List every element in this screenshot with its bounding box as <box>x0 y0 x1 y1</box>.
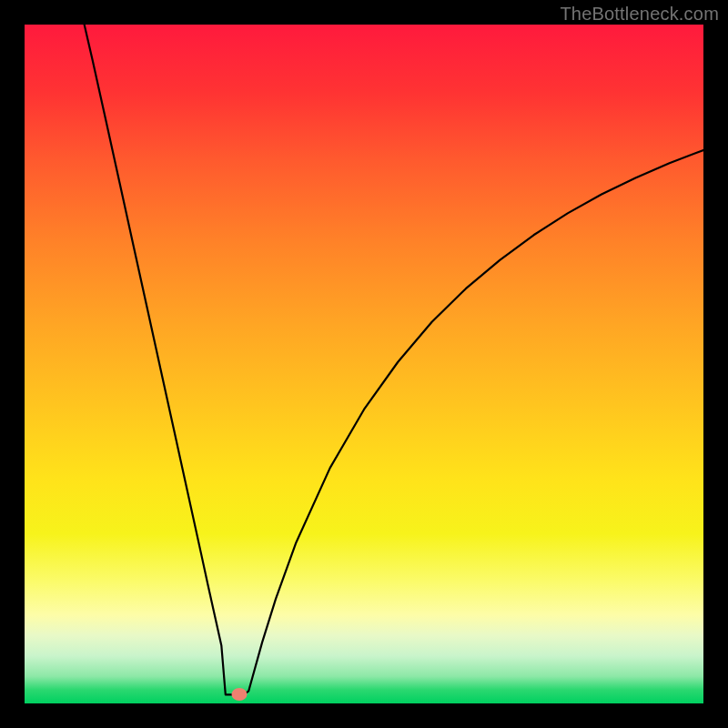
plot-gradient-background <box>25 25 703 703</box>
minimum-marker <box>232 688 248 701</box>
chart-root: TheBottleneck.com <box>0 0 728 728</box>
watermark-text: TheBottleneck.com <box>560 4 719 25</box>
